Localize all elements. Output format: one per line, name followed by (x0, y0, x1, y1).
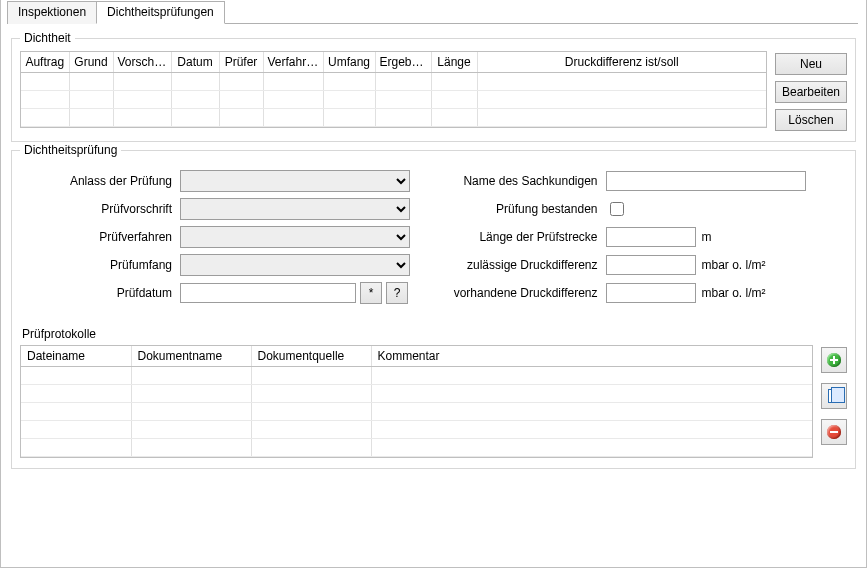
grid-row[interactable] (21, 109, 766, 127)
label-protokolle: Prüfprotokolle (22, 327, 847, 341)
col-druckdiff[interactable]: Druckdifferenz ist/soll (477, 52, 766, 73)
form-right: Name des Sachkundigen Prüfung bestanden … (446, 165, 848, 309)
col-kommentar[interactable]: Kommentar (371, 346, 812, 367)
legend-dichtheit: Dichtheit (20, 31, 75, 45)
col-dokquelle[interactable]: Dokumentquelle (251, 346, 371, 367)
protokolle-buttons (821, 345, 847, 445)
combo-umfang[interactable] (180, 254, 410, 276)
col-grund[interactable]: Grund (69, 52, 113, 73)
date-help-button[interactable]: ? (386, 282, 408, 304)
remove-document-button[interactable] (821, 419, 847, 445)
grid-dichtheit[interactable]: Auftrag Grund Vorschrift Datum Prüfer Ve… (20, 51, 767, 128)
unit-mbar-1: mbar o. l/m² (702, 258, 766, 272)
grid-row[interactable] (21, 91, 766, 109)
label-name: Name des Sachkundigen (446, 174, 606, 188)
proto-row[interactable] (21, 403, 812, 421)
combo-verfahren[interactable] (180, 226, 410, 248)
label-anlass: Anlass der Prüfung (20, 174, 180, 188)
col-auftrag[interactable]: Auftrag (21, 52, 69, 73)
proto-row[interactable] (21, 439, 812, 457)
tab-dichtheitspruefungen[interactable]: Dichtheitsprüfungen (96, 1, 225, 24)
grid-protokolle[interactable]: Dateiname Dokumentname Dokumentquelle Ko… (20, 345, 813, 458)
tabstrip: Inspektionen Dichtheitsprüfungen (7, 0, 858, 23)
proto-header-row: Dateiname Dokumentname Dokumentquelle Ko… (21, 346, 812, 367)
app-window: Inspektionen Dichtheitsprüfungen Dichthe… (0, 0, 867, 568)
col-umfang[interactable]: Umfang (323, 52, 375, 73)
minus-icon (827, 425, 841, 439)
copy-icon (828, 389, 840, 403)
proto-row[interactable] (21, 385, 812, 403)
proto-row[interactable] (21, 367, 812, 385)
bearbeiten-button[interactable]: Bearbeiten (775, 81, 847, 103)
label-zulaessig: zulässige Druckdifferenz (446, 258, 606, 272)
label-vorschrift: Prüfvorschrift (20, 202, 180, 216)
col-laenge[interactable]: Länge (431, 52, 477, 73)
col-ergebnis[interactable]: Ergebnis (375, 52, 431, 73)
protokolle-section: Prüfprotokolle Dateiname Dokumentname (20, 327, 847, 458)
col-datum[interactable]: Datum (171, 52, 219, 73)
legend-pruefung: Dichtheitsprüfung (20, 143, 121, 157)
label-datum: Prüfdatum (20, 286, 180, 300)
col-dokname[interactable]: Dokumentname (131, 346, 251, 367)
unit-mbar-2: mbar o. l/m² (702, 286, 766, 300)
checkbox-bestanden[interactable] (610, 202, 624, 216)
form-left: Anlass der Prüfung Prüfvorschrift Prüfve… (20, 165, 422, 309)
plus-icon (827, 353, 841, 367)
combo-anlass[interactable] (180, 170, 410, 192)
input-vorhanden[interactable] (606, 283, 696, 303)
proto-row[interactable] (21, 421, 812, 439)
neu-button[interactable]: Neu (775, 53, 847, 75)
grid-row[interactable] (21, 73, 766, 91)
dichtheit-buttons: Neu Bearbeiten Löschen (775, 51, 847, 131)
group-pruefung: Dichtheitsprüfung Anlass der Prüfung Prü… (11, 150, 856, 469)
label-bestanden: Prüfung bestanden (446, 202, 606, 216)
input-laenge[interactable] (606, 227, 696, 247)
label-verfahren: Prüfverfahren (20, 230, 180, 244)
unit-m: m (702, 230, 712, 244)
tab-panel: Dichtheit Auftrag Grund (9, 23, 858, 469)
copy-document-button[interactable] (821, 383, 847, 409)
label-vorhanden: vorhandene Druckdifferenz (446, 286, 606, 300)
tab-inspektionen[interactable]: Inspektionen (7, 1, 97, 24)
group-dichtheit: Dichtheit Auftrag Grund (11, 38, 856, 142)
col-dateiname[interactable]: Dateiname (21, 346, 131, 367)
label-laenge: Länge der Prüfstrecke (446, 230, 606, 244)
combo-vorschrift[interactable] (180, 198, 410, 220)
input-name[interactable] (606, 171, 806, 191)
grid-header-row: Auftrag Grund Vorschrift Datum Prüfer Ve… (21, 52, 766, 73)
date-star-button[interactable]: * (360, 282, 382, 304)
col-vorschrift[interactable]: Vorschrift (113, 52, 171, 73)
col-pruefer[interactable]: Prüfer (219, 52, 263, 73)
input-zulaessig[interactable] (606, 255, 696, 275)
add-document-button[interactable] (821, 347, 847, 373)
input-pruefdatum[interactable] (180, 283, 356, 303)
col-verfahren[interactable]: Verfahren (263, 52, 323, 73)
label-umfang: Prüfumfang (20, 258, 180, 272)
loeschen-button[interactable]: Löschen (775, 109, 847, 131)
